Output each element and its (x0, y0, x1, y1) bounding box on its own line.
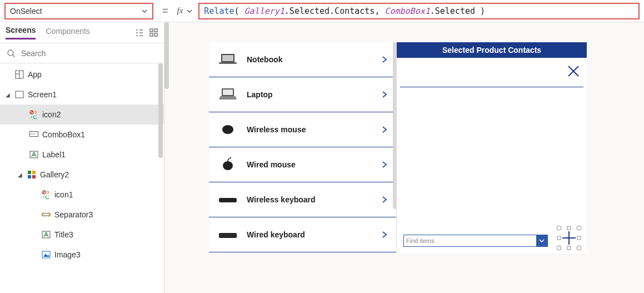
chevron-right-icon (381, 161, 388, 168)
tree-node-image3[interactable]: Image3 (0, 245, 164, 265)
svg-point-14 (31, 133, 32, 135)
tree-label: Label1 (42, 150, 66, 159)
tree-node-separator3[interactable]: Separator3 (0, 205, 164, 225)
gallery-scrollbar[interactable] (393, 42, 396, 209)
formula-input[interactable]: Relate( Gallery1.Selected.Contacts, Comb… (198, 3, 640, 19)
label-icon (41, 230, 51, 240)
tree-search[interactable] (0, 43, 164, 63)
separator-line (400, 87, 583, 87)
close-icon (567, 64, 580, 78)
svg-rect-1 (154, 29, 157, 32)
svg-point-16 (34, 133, 35, 135)
gallery-item[interactable]: Laptop (209, 77, 396, 112)
property-name: OnSelect (10, 7, 42, 16)
tree-node-gallery2[interactable]: ◢ Gallery2 (0, 165, 164, 185)
tree-node-icon1[interactable]: + icon1 (0, 185, 164, 205)
tree-scrollbar[interactable] (158, 63, 163, 158)
gallery-item[interactable]: Wireless keyboard (209, 182, 396, 217)
svg-rect-0 (150, 29, 153, 32)
tree-node-icon2[interactable]: + icon2 (0, 105, 164, 125)
gallery-item[interactable]: Wired keyboard (209, 217, 396, 252)
formula-token: .Selected.Contacts, (284, 6, 385, 16)
remove-contact-button[interactable] (567, 64, 580, 78)
add-contact-icon-selected[interactable] (557, 226, 581, 250)
chevron-right-icon (381, 196, 388, 203)
tree-label: icon1 (54, 190, 73, 199)
property-selector[interactable]: OnSelect (4, 3, 153, 19)
product-image-wireless-keyboard (217, 191, 239, 208)
separator-icon (41, 210, 51, 220)
tab-components[interactable]: Components (46, 27, 89, 39)
screen-icon (14, 90, 24, 100)
caret-expanded-icon[interactable]: ◢ (4, 92, 11, 98)
svg-point-48 (577, 246, 581, 250)
svg-rect-31 (219, 62, 237, 64)
product-gallery[interactable]: Notebook Laptop Wireless mouse Wired mou… (209, 42, 397, 254)
tree-node-app[interactable]: App (0, 64, 164, 85)
svg-point-15 (32, 133, 33, 135)
label-icon (29, 150, 39, 160)
gallery-item[interactable]: Wired mouse (209, 147, 396, 182)
canvas-scrollbar[interactable] (164, 22, 169, 89)
formula-token-ref: ComboBox1 (385, 6, 430, 16)
combobox-placeholder: Find items (404, 237, 536, 244)
gallery-icon (27, 170, 37, 180)
svg-point-35 (222, 125, 233, 134)
app-icon (14, 69, 24, 80)
tree-label: icon2 (42, 110, 61, 119)
tree-node-title3[interactable]: Title3 (0, 225, 164, 245)
tree-label: Image3 (54, 250, 81, 259)
product-name: Wireless keyboard (247, 195, 373, 204)
svg-rect-37 (219, 198, 237, 202)
tree-label: App (28, 70, 42, 79)
chevron-down-icon (141, 8, 148, 14)
detail-panel: Selected Product Contacts Find items (397, 42, 587, 254)
design-canvas[interactable]: Notebook Laptop Wireless mouse Wired mou… (164, 22, 644, 293)
icon-control-icon: + (41, 190, 51, 200)
detail-header: Selected Product Contacts (397, 42, 587, 58)
fx-label[interactable]: fx (177, 6, 193, 16)
formula-token: .Selected ) (430, 6, 485, 16)
combobox-icon (29, 130, 39, 140)
chevron-right-icon (381, 91, 388, 98)
tree-node-combobox1[interactable]: ComboBox1 (0, 125, 164, 145)
search-input[interactable] (21, 49, 157, 58)
svg-point-36 (223, 161, 233, 170)
svg-rect-50 (567, 246, 571, 250)
tree-label: Separator3 (54, 210, 93, 219)
product-name: Wired keyboard (247, 230, 373, 239)
icon-control-icon: + (29, 110, 39, 120)
gallery-item[interactable]: Wireless mouse (209, 112, 396, 147)
svg-text:+: + (30, 115, 33, 120)
chevron-right-icon (381, 231, 388, 239)
collapse-list-icon[interactable] (135, 28, 144, 37)
gallery-item[interactable]: Notebook (209, 42, 396, 77)
chevron-right-icon (381, 126, 388, 133)
tree-node-label1[interactable]: Label1 (0, 145, 164, 165)
product-name: Laptop (247, 90, 373, 99)
tree-label: Gallery2 (40, 170, 69, 179)
svg-line-5 (13, 55, 15, 57)
svg-point-45 (557, 226, 561, 230)
fx-text: fx (177, 6, 183, 16)
caret-expanded-icon[interactable]: ◢ (17, 172, 23, 178)
equals-sign: = (159, 5, 172, 17)
contacts-combobox[interactable]: Find items (403, 235, 548, 247)
tree-node-screen1[interactable]: ◢ Screen1 (0, 85, 164, 105)
svg-rect-49 (567, 226, 571, 230)
product-image-laptop (217, 86, 239, 103)
svg-rect-52 (577, 236, 581, 240)
search-icon (7, 49, 16, 58)
combobox-dropdown-button[interactable] (536, 235, 547, 246)
formula-token-func: Relate (204, 6, 234, 16)
grid-view-icon[interactable] (149, 28, 158, 37)
formula-bar: OnSelect = fx Relate( Gallery1.Selected.… (0, 0, 644, 22)
tab-screens[interactable]: Screens (6, 26, 36, 39)
svg-line-11 (31, 111, 33, 113)
product-image-notebook (217, 51, 239, 68)
svg-rect-20 (28, 175, 31, 178)
svg-rect-19 (32, 171, 36, 174)
svg-rect-33 (223, 90, 233, 95)
tree-label: Screen1 (28, 90, 57, 99)
svg-text:+: + (42, 195, 45, 200)
